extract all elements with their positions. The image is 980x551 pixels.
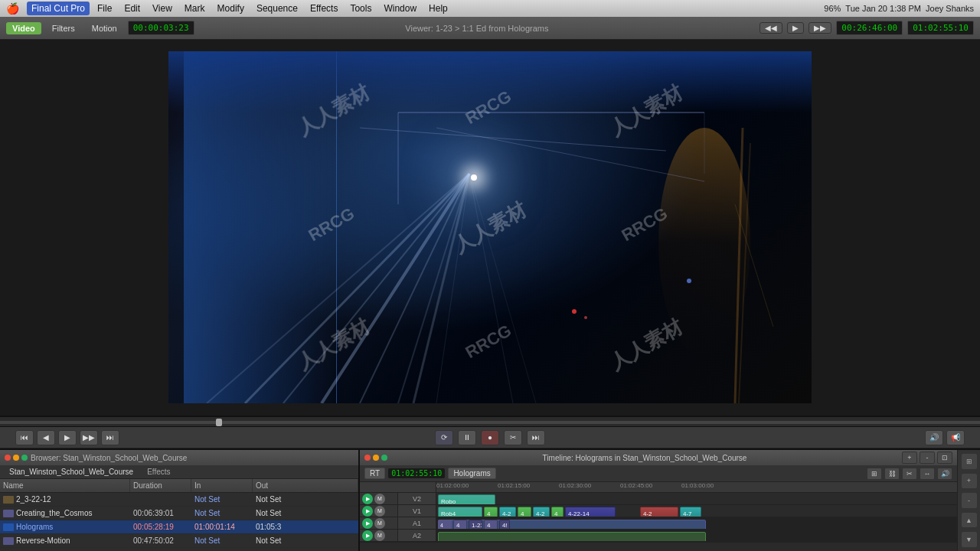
tl-min-btn[interactable] [373,455,379,461]
tl-zoom-out[interactable]: - [920,452,935,464]
minimize-button[interactable] [13,455,19,461]
tl-vol[interactable]: 🔊 [937,468,952,480]
btn-vol-up[interactable]: 📢 [946,430,965,445]
a1-clip-small-2[interactable]: 4 [453,520,467,529]
toolbar-btn-2[interactable]: ▶ [787,22,804,34]
scrubber-handle[interactable] [216,419,222,426]
track-a2-content[interactable] [436,530,957,541]
film-icon [3,510,14,517]
v1-clip-4-2c[interactable]: 4-2 [640,507,678,517]
a1-clip-small-4[interactable]: 4 [484,520,498,529]
btn-rewind[interactable]: ⏮ [15,430,34,445]
a1-enable-btn[interactable]: ▶ [362,518,373,529]
col-header-duration[interactable]: Duration [130,479,191,492]
tab-video[interactable]: Video [6,22,41,34]
timecode-left[interactable]: 00:00:03:23 [128,21,194,35]
v1-mute-btn[interactable]: M [374,506,385,517]
menu-window[interactable]: Window [379,2,421,15]
browser-row-0[interactable]: 2_3-22-12 Not Set Not Set [0,493,358,507]
sidebar-btn-5[interactable]: ▼ [961,531,978,548]
a2-enable-btn[interactable]: ▶ [362,530,373,541]
browser-row-4[interactable]: STAR_WARS_Stop-Motion_LT 00:04:27:06 Not… [0,548,358,551]
sidebar-btn-2[interactable]: + [961,473,978,490]
close-button[interactable] [5,455,11,461]
btn-play[interactable]: ▶ [58,430,77,445]
col-header-out[interactable]: Out [253,479,358,492]
v2-mute-btn[interactable]: M [374,494,385,504]
apple-logo-icon[interactable]: 🍎 [6,2,19,15]
tl-max-btn[interactable] [381,455,387,461]
track-a1-content[interactable]: 4 4 1-23 4 4! [436,517,957,529]
tl-timecode[interactable]: 01:02:55:10 [388,468,445,478]
row-1-out: Not Set [253,509,358,517]
tab-motion[interactable]: Motion [86,22,123,34]
track-v1-content[interactable]: Rob4 4 4-2 4 4-2 4 4-22-14 4-2 4-7 [436,505,957,517]
tl-zoom-in[interactable]: + [902,452,917,464]
a1-mute-btn[interactable]: M [374,518,385,529]
svg-line-2 [322,174,469,403]
sidebar-btn-3[interactable]: - [961,492,978,509]
a1-clip-small-3[interactable]: 1-23 [469,520,482,529]
v1-clip-4-22-14[interactable]: 4-22-14 [565,507,616,517]
maximize-button[interactable] [21,455,28,461]
btn-jump[interactable]: ⏭ [527,430,545,445]
btn-record[interactable]: ● [481,430,499,445]
toolbar-btn-1[interactable]: ◀◀ [760,22,782,34]
btn-clip[interactable]: ✂ [504,430,522,445]
timeline-scrollbar[interactable] [360,542,957,551]
scrubber-bar [0,421,980,424]
menu-mark[interactable]: Mark [180,2,210,15]
v1-clip-4b[interactable]: 4 [518,507,531,517]
track-v2-content[interactable]: Robo [436,493,957,504]
menu-sequence[interactable]: Sequence [252,2,302,15]
scrubber-area[interactable] [0,417,980,427]
col-header-in[interactable]: In [191,479,253,492]
menu-view[interactable]: View [148,2,177,15]
menu-file[interactable]: File [93,2,116,15]
menu-app-name[interactable]: Final Cut Pro [27,2,90,15]
btn-step-back[interactable]: ◀ [37,430,55,445]
menu-modify[interactable]: Modify [213,2,249,15]
btn-pause[interactable]: ⏸ [458,430,476,445]
v2-clip-robo[interactable]: Robo [438,494,495,504]
browser-row-3[interactable]: Reverse-Motion 00:47:50:02 Not Set Not S… [0,534,358,548]
tl-link[interactable]: ⛓ [884,468,900,480]
tl-snapping[interactable]: ⊞ [867,468,882,480]
menu-help[interactable]: Help [424,2,452,15]
video-preview[interactable]: 人人素材 RRCG 人人素材 RRCG 人人素材 RRCG 人人素材 RRCG … [168,51,812,403]
a1-clip-small-5[interactable]: 4! [499,520,510,529]
btn-speaker[interactable]: 🔊 [925,430,943,445]
browser-row-1[interactable]: Creating_the_Cosmos 00:06:39:01 Not Set … [0,507,358,520]
browser-breadcrumb[interactable]: Stan_Winston_School_Web_Course [3,467,139,477]
sidebar-btn-1[interactable]: ⊞ [961,453,978,470]
btn-loop[interactable]: ⟳ [435,430,453,445]
tl-close-btn[interactable] [364,455,371,461]
v1-clip-4-2b[interactable]: 4-2 [533,507,550,517]
tl-fit[interactable]: ⊡ [937,452,952,464]
v1-clip-4-2a[interactable]: 4-2 [499,507,516,517]
btn-ffwd[interactable]: ⏭ [101,430,119,445]
tl-sequence-name[interactable]: Holograms [448,468,495,479]
a2-clip[interactable] [438,532,706,541]
a2-mute-btn[interactable]: M [374,530,385,541]
v1-enable-btn[interactable]: ▶ [362,506,373,517]
v1-clip-4-7[interactable]: 4-7 [680,507,701,517]
tl-rt-label[interactable]: RT [364,468,385,479]
tab-effects[interactable]: Effects [141,467,176,477]
a1-clip-small-1[interactable]: 4 [438,520,452,529]
menu-effects[interactable]: Effects [305,2,342,15]
menu-edit[interactable]: Edit [119,2,145,15]
v1-clip-4a[interactable]: 4 [484,507,498,517]
menu-tools[interactable]: Tools [345,2,376,15]
btn-step-fwd[interactable]: ▶▶ [80,430,98,445]
tl-nudge[interactable]: ↔ [920,468,935,480]
col-header-name[interactable]: Name [0,479,130,492]
v1-clip-rob4[interactable]: Rob4 [438,507,482,517]
tab-filters[interactable]: Filters [46,22,81,34]
toolbar-btn-3[interactable]: ▶▶ [808,22,831,34]
sidebar-btn-4[interactable]: ▲ [961,512,978,529]
browser-row-2[interactable]: Holograms 00:05:28:19 01:00:01:14 01:05:… [0,520,358,534]
v1-clip-4c[interactable]: 4 [551,507,564,517]
v2-enable-btn[interactable]: ▶ [362,494,373,504]
tl-blade[interactable]: ✂ [902,468,917,480]
